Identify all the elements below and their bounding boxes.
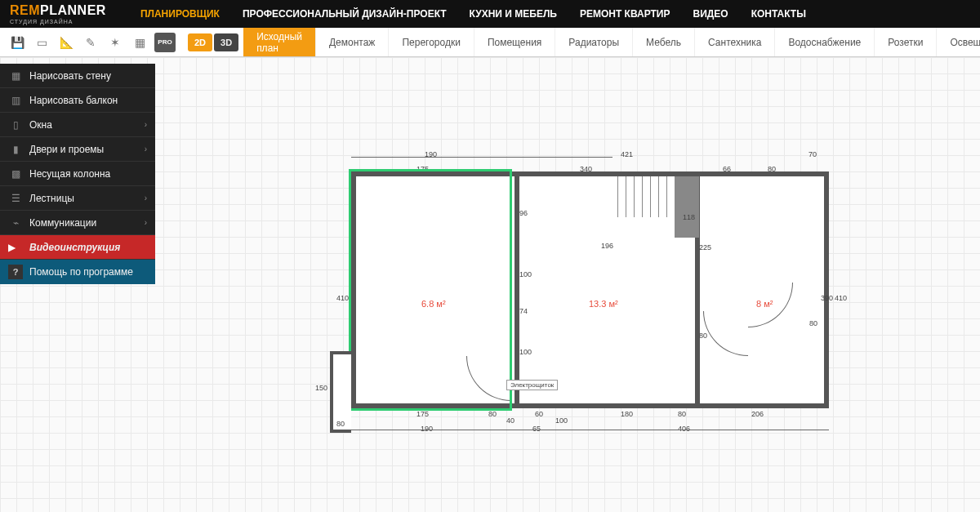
chevron-right-icon: › <box>145 218 147 227</box>
chevron-right-icon: › <box>145 145 147 154</box>
sidebar-windows[interactable]: ▯ Окна › <box>0 113 155 137</box>
tools-sidebar: ▦ Нарисовать стену ▥ Нарисовать балкон ▯… <box>0 64 155 284</box>
dimension: 421 <box>621 150 633 158</box>
nav-design-project[interactable]: ПРОФЕССИОНАЛЬНЫЙ ДИЗАЙН-ПРОЕКТ <box>231 8 458 20</box>
dimension: 96 <box>519 209 528 217</box>
measure-icon[interactable]: 📐 <box>56 33 76 52</box>
settings-icon[interactable]: ✶ <box>105 33 125 52</box>
dimension: 175 <box>416 410 429 418</box>
dimension: 80 <box>699 332 707 340</box>
layers-icon[interactable]: ▦ <box>130 33 149 52</box>
stairs-element[interactable] <box>617 176 699 238</box>
dimension: 65 <box>532 425 541 433</box>
view-mode-toggle: 2D 3D <box>188 28 238 56</box>
top-nav: REMPLANNER СТУДИЯ ДИЗАЙНА ПЛАНИРОВЩИК ПР… <box>0 0 980 28</box>
logo-text-2: PLANNER <box>40 3 106 17</box>
nav-kitchen-furniture[interactable]: КУХНИ И МЕБЕЛЬ <box>458 8 568 20</box>
sidebar-label: Лестницы <box>29 193 74 204</box>
logo[interactable]: REMPLANNER СТУДИЯ ДИЗАЙНА <box>10 4 106 24</box>
dimension: 70 <box>808 150 817 158</box>
dimension: 150 <box>315 384 327 392</box>
dimension: 74 <box>519 307 528 315</box>
tab-rooms[interactable]: Помещения <box>474 28 555 56</box>
sidebar-label: Помощь по программе <box>29 266 133 278</box>
nav-video[interactable]: ВИДЕО <box>681 8 739 20</box>
tab-source-plan[interactable]: Исходный план <box>243 28 316 56</box>
wall-icon: ▦ <box>8 70 23 82</box>
tab-radiators[interactable]: Радиаторы <box>555 28 633 56</box>
view-2d-button[interactable]: 2D <box>188 33 212 51</box>
tab-plumbing[interactable]: Сантехника <box>695 28 775 56</box>
logo-subtitle: СТУДИЯ ДИЗАЙНА <box>10 19 106 24</box>
dimension: 180 <box>621 410 633 418</box>
sidebar-label: Видеоинструкция <box>29 242 120 253</box>
sidebar-communications[interactable]: ⌁ Коммуникации › <box>0 211 155 235</box>
workspace-canvas[interactable]: ▦ Нарисовать стену ▥ Нарисовать балкон ▯… <box>0 57 980 512</box>
dimension: 80 <box>678 410 686 418</box>
tab-sockets[interactable]: Розетки <box>875 28 937 56</box>
dimension: 118 <box>683 213 695 221</box>
dim-line <box>351 157 612 158</box>
toolbar-icons: 💾 ▭ 📐 ✎ ✶ ▦ PRO <box>0 28 183 56</box>
help-icon: ? <box>8 265 23 279</box>
sidebar-label: Двери и проемы <box>29 144 104 155</box>
dimension: 225 <box>699 243 711 252</box>
nav-contacts[interactable]: КОНТАКТЫ <box>740 8 817 20</box>
tab-partitions[interactable]: Перегородки <box>389 28 474 56</box>
chevron-right-icon: › <box>145 194 147 203</box>
tab-lighting[interactable]: Освещение <box>937 28 980 56</box>
room-area-label: 8 м² <box>756 299 773 309</box>
dimension: 80 <box>488 410 497 418</box>
dimension: 80 <box>809 319 817 327</box>
electrical-panel-label[interactable]: Электрощиток <box>506 380 558 390</box>
dimension: 390 <box>821 294 833 302</box>
toolbar: 💾 ▭ 📐 ✎ ✶ ▦ PRO 2D 3D Исходный план Демо… <box>0 28 980 57</box>
sidebar-draw-wall[interactable]: ▦ Нарисовать стену <box>0 64 155 88</box>
window-icon: ▯ <box>8 119 23 131</box>
sidebar-label: Несущая колонна <box>29 168 110 180</box>
nav-renovation[interactable]: РЕМОНТ КВАРТИР <box>568 8 682 20</box>
pro-badge[interactable]: PRO <box>154 33 176 52</box>
view-3d-button[interactable]: 3D <box>214 33 238 51</box>
dimension: 190 <box>421 425 433 433</box>
tab-demolition[interactable]: Демонтаж <box>316 28 389 56</box>
nav-planner[interactable]: ПЛАНИРОВЩИК <box>129 8 231 20</box>
chevron-right-icon: › <box>145 120 147 129</box>
comms-icon: ⌁ <box>8 217 23 229</box>
dimension: 410 <box>336 294 349 302</box>
dimension: 100 <box>555 416 568 425</box>
plan-tabs: Исходный план Демонтаж Перегородки Помещ… <box>243 28 980 56</box>
new-plan-icon[interactable]: ▭ <box>32 33 51 52</box>
eraser-icon[interactable]: ✎ <box>81 33 100 52</box>
sidebar-help[interactable]: ? Помощь по программе <box>0 260 155 284</box>
plan-selection-highlight[interactable] <box>349 169 512 411</box>
sidebar-label: Нарисовать балкон <box>29 95 118 106</box>
sidebar-doors[interactable]: ▮ Двери и проемы › <box>0 137 155 162</box>
sidebar-label: Коммуникации <box>29 217 96 229</box>
sidebar-draw-balcony[interactable]: ▥ Нарисовать балкон <box>0 88 155 113</box>
dimension: 60 <box>535 410 543 418</box>
save-icon[interactable]: 💾 <box>7 33 27 52</box>
door-icon: ▮ <box>8 144 23 155</box>
sidebar-stairs[interactable]: ☰ Лестницы › <box>0 186 155 211</box>
dimension: 410 <box>835 294 847 302</box>
door-element[interactable] <box>703 311 748 356</box>
dimension: 40 <box>506 416 514 425</box>
play-icon: ▶ <box>8 242 23 253</box>
dimension: 196 <box>601 242 613 250</box>
stairs-icon: ☰ <box>8 193 23 204</box>
sidebar-video-instruction[interactable]: ▶ Видеоинструкция <box>0 235 155 260</box>
tab-water-supply[interactable]: Водоснабжение <box>775 28 875 56</box>
dim-line <box>351 430 829 430</box>
dimension: 100 <box>519 270 532 278</box>
tab-furniture[interactable]: Мебель <box>633 28 695 56</box>
dimension: 100 <box>519 348 532 356</box>
room-area-label: 13.3 м² <box>589 299 618 309</box>
sidebar-label: Нарисовать стену <box>29 70 111 82</box>
floor-plan[interactable]: 190 421 66 80 70 175 340 6.8 м² 13.3 м² <box>351 171 829 441</box>
sidebar-column[interactable]: ▩ Несущая колонна <box>0 162 155 186</box>
balcony-icon: ▥ <box>8 95 23 106</box>
dimension: 80 <box>336 420 345 428</box>
sidebar-label: Окна <box>29 119 52 131</box>
dimension: 206 <box>751 410 764 418</box>
